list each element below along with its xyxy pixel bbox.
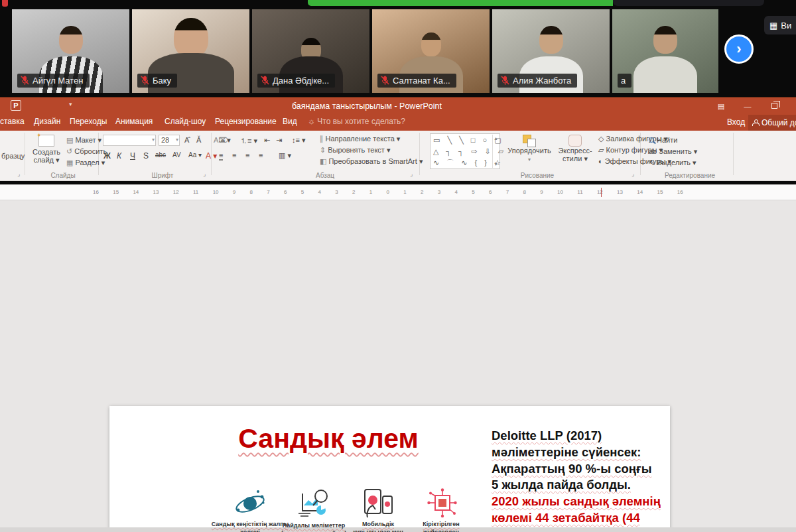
group-separator bbox=[733, 133, 734, 175]
scroll-up-icon[interactable]: ▲ bbox=[494, 136, 498, 141]
format-painter-label[interactable]: бразцу bbox=[1, 152, 25, 160]
ribbon-display-options-button[interactable]: ▤ bbox=[711, 100, 731, 113]
justify-button[interactable]: ≡ bbox=[259, 151, 263, 159]
participant-tile[interactable]: а bbox=[612, 9, 718, 93]
font-size-combo[interactable]: 28▾ bbox=[159, 135, 180, 146]
change-case-button[interactable]: Aa ▾ bbox=[188, 151, 202, 159]
clipboard-dialog-launcher-icon[interactable]: ⌟ bbox=[17, 170, 20, 177]
shapes-row[interactable]: ▭ ╲ ╲ □ ○ ▢ bbox=[433, 135, 492, 146]
muted-mic-icon bbox=[21, 76, 29, 86]
participant-tile[interactable]: Дана Әбдіке... bbox=[252, 9, 369, 93]
tab-design[interactable]: Дизайн bbox=[34, 117, 60, 126]
participant-tile[interactable]: Баку bbox=[132, 9, 249, 93]
italic-button[interactable]: К bbox=[117, 151, 121, 161]
slide-canvas[interactable]: Сандық әлем Deloitte LLP (2017) мәліметт… bbox=[109, 406, 670, 532]
paragraph-dialog-launcher-icon[interactable]: ⌟ bbox=[410, 170, 413, 177]
participant-tile[interactable]: Алия Жанбота bbox=[492, 9, 610, 93]
find-button[interactable]: Найти bbox=[649, 136, 677, 144]
quick-styles-button[interactable]: Экспресс- стили ▾ bbox=[556, 135, 594, 163]
text-shadow-button[interactable]: S bbox=[143, 151, 149, 161]
slides-group-label: Слайды bbox=[40, 172, 86, 179]
align-center-button[interactable]: ≡ bbox=[232, 151, 236, 159]
align-left-button[interactable]: ≡ bbox=[219, 151, 223, 161]
muted-mic-icon bbox=[141, 76, 149, 86]
bold-button[interactable]: Ж bbox=[103, 151, 111, 161]
column-header: Мобильдік құрылғылар мен адамдардан алын… bbox=[343, 520, 413, 532]
ruler-strip: 1615141312111098765432101234567891011121… bbox=[0, 184, 796, 200]
select-button[interactable]: ⇖ Выделить ▾ bbox=[649, 159, 696, 167]
participant-name-tag: а bbox=[618, 74, 631, 88]
participant-name-tag: Айгүл Матен bbox=[17, 74, 90, 88]
font-color-button[interactable]: А ▾ bbox=[206, 151, 217, 161]
restore-button[interactable] bbox=[764, 100, 784, 113]
tab-slideshow[interactable]: Слайд-шоу bbox=[165, 117, 206, 126]
font-name-combo[interactable]: ▾ bbox=[103, 135, 156, 146]
editing-group-label: Редактирование bbox=[653, 172, 726, 179]
sign-in-link[interactable]: Вход bbox=[727, 117, 745, 127]
quick-access-caret-icon[interactable]: ▾ bbox=[69, 101, 72, 107]
reset-icon: ↺ bbox=[66, 147, 72, 155]
character-spacing-button[interactable]: AV bbox=[172, 151, 181, 159]
tab-insert-partial[interactable]: ставка bbox=[0, 117, 25, 126]
participant-tile[interactable]: Салтанат Ка... bbox=[372, 9, 490, 93]
numbering-button[interactable]: ⒈≡ ▾ bbox=[240, 136, 257, 146]
align-right-button[interactable]: ≡ bbox=[245, 151, 249, 159]
align-text-icon: ⇕ bbox=[320, 146, 326, 154]
font-group-label: Шрифт bbox=[133, 172, 192, 179]
paragraph-group-label: Абзац bbox=[298, 172, 352, 179]
person-icon bbox=[752, 119, 758, 126]
convert-smartart-button[interactable]: ◧Преобразовать в SmartArt ▾ bbox=[320, 157, 423, 166]
columns-button[interactable]: ▥ ▾ bbox=[279, 151, 291, 160]
outdent-button[interactable]: ⇤ bbox=[264, 136, 270, 145]
indent-button[interactable]: ⇥ bbox=[276, 136, 282, 145]
align-text-button[interactable]: ⇕Выровнять текст ▾ bbox=[320, 146, 390, 155]
text-direction-icon: ∥ bbox=[320, 135, 324, 143]
minimize-button[interactable]: — bbox=[738, 100, 758, 113]
window-title: баяндама таныстырылым - PowerPoint bbox=[292, 101, 442, 111]
shapes-row[interactable]: ∿ ⌒ ∿ { } ☆ bbox=[433, 157, 492, 168]
grow-font-button[interactable]: А̂ bbox=[184, 136, 189, 144]
layout-button[interactable]: ▤Макет ▾ bbox=[66, 136, 101, 145]
tab-review[interactable]: Рецензирование bbox=[215, 117, 277, 126]
shrink-font-button[interactable]: А̌ bbox=[196, 136, 201, 144]
zoom-share-banner[interactable] bbox=[308, 0, 613, 6]
tab-transitions[interactable]: Переходы bbox=[70, 117, 107, 126]
arrange-button[interactable]: Упорядочить ▾ bbox=[505, 135, 553, 163]
shapes-gallery[interactable]: ▭ ╲ ╲ □ ○ ▢ △ ┐ ┐ ⇨ ⇩ ▱ ∿ ⌒ ∿ { } ☆ ▲ ▼ bbox=[430, 133, 500, 169]
share-button[interactable]: Общий дост bbox=[748, 115, 796, 131]
view-button-label: Ви bbox=[781, 21, 791, 31]
line-spacing-button[interactable]: ↕≡ ▾ bbox=[292, 136, 306, 145]
layout-icon: ▤ bbox=[66, 136, 73, 144]
scroll-down-icon[interactable]: ▼ bbox=[494, 162, 498, 166]
drawing-dialog-launcher-icon[interactable]: ⌟ bbox=[631, 170, 634, 177]
underline-button[interactable]: Ч bbox=[130, 151, 135, 161]
participant-name: Дана Әбдіке... bbox=[273, 76, 329, 86]
ribbon: бразцу ⌟ ✦ Создать слайд ▾ ▤Макет ▾ ↺Сбр… bbox=[0, 131, 796, 181]
zoom-share-toolbar[interactable] bbox=[613, 0, 764, 6]
shapes-gallery-scrollbar[interactable]: ▲ ▼ bbox=[492, 135, 499, 168]
section-button[interactable]: ▦Раздел ▾ bbox=[66, 159, 105, 167]
shapes-row[interactable]: △ ┐ ┐ ⇨ ⇩ ▱ bbox=[433, 146, 492, 157]
search-icon bbox=[649, 137, 654, 143]
reset-button[interactable]: ↺Сбросить bbox=[66, 147, 107, 156]
participant-name-tag: Алия Жанбота bbox=[498, 74, 577, 88]
smartart-icon: ◧ bbox=[320, 157, 326, 165]
next-participants-button[interactable]: › bbox=[724, 34, 754, 64]
chip-icon bbox=[426, 488, 458, 519]
replace-button[interactable]: ab Заменить ▾ bbox=[649, 147, 697, 156]
strikethrough-button[interactable]: abc bbox=[155, 151, 166, 159]
chart-magnifier-icon bbox=[297, 488, 330, 519]
font-dialog-launcher-icon[interactable]: ⌟ bbox=[203, 170, 206, 177]
quick-styles-icon bbox=[568, 135, 582, 147]
text-direction-button[interactable]: ∥Направление текста ▾ bbox=[320, 135, 400, 143]
bullets-button[interactable]: ∶≡ ▾ bbox=[219, 136, 231, 145]
participant-tile[interactable]: Айгүл Матен bbox=[12, 9, 129, 93]
tab-animations[interactable]: Анимация bbox=[115, 117, 153, 126]
participant-name-tag: Салтанат Ка... bbox=[377, 74, 456, 88]
view-button[interactable]: ▦ Ви bbox=[764, 16, 796, 34]
tell-me-box[interactable]: ☼ Что вы хотите сделать? bbox=[308, 117, 405, 126]
editor-workspace[interactable]: Сандық әлем Deloitte LLP (2017) мәліметт… bbox=[0, 200, 796, 527]
participant-name-tag: Дана Әбдіке... bbox=[257, 74, 335, 88]
tab-view[interactable]: Вид bbox=[283, 117, 297, 126]
new-slide-button[interactable]: ✦ Создать слайд ▾ bbox=[29, 135, 64, 165]
